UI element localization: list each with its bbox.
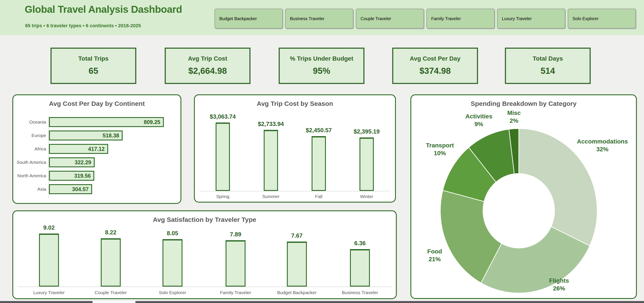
- kpi-card--trips-under-budget: % Trips Under Budget95%: [279, 48, 364, 84]
- traveler-type-filter-row: Budget BackpackerBusiness TravelerCouple…: [214, 9, 636, 28]
- horizontal-scrollbar[interactable]: [0, 301, 644, 303]
- kpi-value: 95%: [280, 66, 364, 76]
- bar-value-budget-backpacker: 7.67: [271, 233, 323, 239]
- category-label-family-traveler: Family Traveler: [207, 290, 264, 295]
- chart-title: Avg Cost Per Day by Continent: [13, 100, 180, 107]
- bar-couple-traveler: [101, 238, 121, 287]
- category-label-solo-explorer: Solo Explorer: [144, 290, 201, 295]
- bar-family-traveler: [226, 240, 246, 287]
- scrollbar-thumb[interactable]: [92, 301, 136, 303]
- bar-value-fall: $2,450.57: [293, 127, 345, 134]
- season-chart-card: Avg Trip Cost by Season$3,063.74Spring$2…: [194, 94, 396, 203]
- kpi-card-total-days: Total Days514: [505, 48, 591, 84]
- bar-value-summer: $2,733.94: [245, 121, 297, 127]
- bar-spring: [216, 122, 230, 191]
- bar-value-winter: $2,395.19: [341, 128, 393, 135]
- bar-fall: [312, 136, 326, 191]
- kpi-label: Avg Trip Cost: [166, 55, 250, 62]
- kpi-label: Total Days: [506, 55, 590, 62]
- bar-business-traveler: [350, 249, 370, 287]
- bar-asia: 304.57: [49, 184, 92, 194]
- category-label-south-america: South America: [13, 157, 46, 167]
- category-label-asia: Asia: [13, 184, 46, 194]
- header-band: Global Travel Analysis Dashboard 65 trip…: [0, 0, 644, 35]
- category-label-africa: Africa: [13, 144, 46, 154]
- filter-button-couple-traveler[interactable]: Couple Traveler: [356, 9, 424, 28]
- bar-summer: [264, 130, 278, 191]
- bar-africa: 417.12: [49, 144, 108, 154]
- bar-north-america: 319.56: [49, 171, 94, 181]
- bar-europe: 518.38: [49, 130, 123, 140]
- bar-budget-backpacker: [287, 242, 307, 287]
- kpi-label: Total Trips: [52, 55, 135, 62]
- bar-value-family-traveler: 7.89: [210, 231, 262, 238]
- category-label-couple-traveler: Couple Traveler: [82, 290, 139, 295]
- donut-label-name: Activities: [466, 113, 492, 120]
- donut-label-percent: 9%: [466, 120, 492, 128]
- donut-label-flights: Flights26%: [549, 277, 569, 293]
- donut-label-percent: 10%: [426, 149, 454, 157]
- chart-title: Avg Trip Cost by Season: [195, 100, 395, 107]
- donut-label-percent: 26%: [549, 285, 569, 293]
- bar-oceania: 809.25: [49, 117, 164, 127]
- satisfaction-chart-card: Avg Satisfaction by Traveler Type9.02Lux…: [12, 210, 397, 299]
- donut-label-activities: Activities9%: [466, 113, 492, 128]
- kpi-card-total-trips: Total Trips65: [50, 48, 136, 84]
- category-label-business-traveler: Business Traveler: [332, 290, 388, 295]
- bar-value-couple-traveler: 8.22: [85, 229, 137, 236]
- filter-button-luxury-traveler[interactable]: Luxury Traveler: [497, 9, 565, 28]
- donut-label-accommodations: Accommodations32%: [577, 138, 628, 153]
- category-label-budget-backpacker: Budget Backpacker: [269, 290, 325, 295]
- chart-title: Avg Satisfaction by Traveler Type: [13, 216, 396, 223]
- spending-donut: [411, 95, 636, 298]
- filter-button-family-traveler[interactable]: Family Traveler: [426, 9, 495, 28]
- bar-south-america: 322.29: [49, 157, 95, 167]
- continent-chart-card: Avg Cost Per Day by ContinentOceania809.…: [12, 94, 181, 204]
- donut-label-percent: 2%: [507, 117, 521, 125]
- category-label-winter: Winter: [338, 194, 395, 199]
- kpi-card-avg-cost-per-day: Avg Cost Per Day$374.98: [392, 48, 478, 84]
- donut-label-name: Transport: [426, 142, 454, 149]
- donut-label-name: Flights: [549, 277, 569, 285]
- kpi-value: $374.98: [393, 66, 477, 76]
- category-label-luxury-traveler: Luxury Traveler: [21, 290, 77, 295]
- kpi-value: 514: [506, 66, 590, 76]
- category-label-spring: Spring: [194, 194, 251, 199]
- donut-label-transport: Transport10%: [426, 142, 454, 157]
- kpi-label: % Trips Under Budget: [280, 55, 364, 62]
- donut-label-percent: 32%: [577, 145, 628, 153]
- page-subtitle: 65 trips • 6 traveler types • 6 continen…: [25, 23, 141, 28]
- category-label-oceania: Oceania: [13, 117, 46, 127]
- bar-winter: [360, 137, 374, 191]
- bar-value-business-traveler: 6.36: [334, 240, 386, 247]
- filter-button-solo-explorer[interactable]: Solo Explorer: [568, 9, 636, 28]
- donut-label-food: Food21%: [427, 248, 442, 263]
- bar-value-luxury-traveler: 9.02: [23, 224, 75, 231]
- filter-button-business-traveler[interactable]: Business Traveler: [285, 9, 354, 28]
- spending-donut-card: Spending Breakdown by CategoryAccommodat…: [410, 94, 637, 299]
- bar-luxury-traveler: [39, 234, 59, 287]
- x-axis-line: [199, 191, 391, 191]
- page-title: Global Travel Analysis Dashboard: [25, 3, 182, 15]
- x-axis-line: [18, 287, 392, 287]
- bar-value-spring: $3,063.74: [197, 113, 249, 120]
- donut-label-name: Food: [427, 248, 442, 255]
- bar-value-solo-explorer: 8.05: [146, 230, 198, 237]
- donut-label-name: Accommodations: [577, 138, 628, 145]
- category-label-europe: Europe: [13, 130, 46, 140]
- kpi-card-avg-trip-cost: Avg Trip Cost$2,664.98: [165, 48, 250, 84]
- kpi-label: Avg Cost Per Day: [393, 55, 477, 62]
- donut-label-percent: 21%: [427, 255, 442, 263]
- donut-label-misc: Misc2%: [507, 109, 521, 125]
- filter-button-budget-backpacker[interactable]: Budget Backpacker: [214, 9, 283, 28]
- bar-solo-explorer: [162, 239, 182, 287]
- category-label-north-america: North America: [13, 171, 46, 181]
- kpi-value: $2,664.98: [166, 66, 250, 76]
- donut-label-name: Misc: [507, 109, 521, 117]
- kpi-value: 65: [52, 66, 135, 76]
